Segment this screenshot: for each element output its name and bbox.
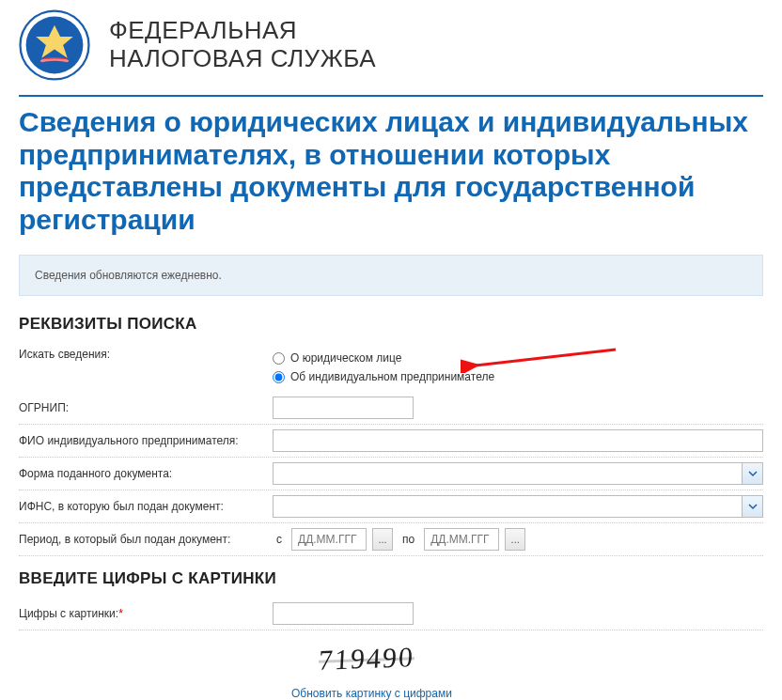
- period-from-input[interactable]: [291, 528, 367, 551]
- page-header: ФЕДЕРАЛЬНАЯ НАЛОГОВАЯ СЛУЖБА: [19, 0, 763, 95]
- section-search-params: РЕКВИЗИТЫ ПОИСКА: [19, 315, 763, 334]
- radio-individual-entrepreneur[interactable]: Об индивидуальном предпринимателе: [273, 370, 494, 383]
- required-mark: *: [118, 607, 123, 620]
- refresh-captcha-link[interactable]: Обновить картинку с цифрами: [291, 687, 452, 700]
- label-captcha: Цифры с картинки:*: [19, 607, 273, 620]
- period-from-label: с: [273, 533, 286, 546]
- org-title-line1: ФЕДЕРАЛЬНАЯ: [109, 17, 376, 45]
- label-search-for: Искать сведения:: [19, 348, 273, 361]
- captcha-value: 719490: [318, 641, 415, 677]
- ifns-select[interactable]: [273, 495, 763, 518]
- period-from-picker-button[interactable]: ...: [372, 528, 393, 551]
- radio-individual-entrepreneur-label: Об индивидуальном предпринимателе: [290, 370, 494, 383]
- page-title: Сведения о юридических лицах и индивидуа…: [19, 95, 763, 236]
- captcha-image: 719490: [291, 636, 442, 681]
- section-captcha: ВВЕДИТЕ ЦИФРЫ С КАРТИНКИ: [19, 569, 763, 588]
- label-fio: ФИО индивидуального предпринимателя:: [19, 434, 273, 447]
- org-title: ФЕДЕРАЛЬНАЯ НАЛОГОВАЯ СЛУЖБА: [109, 17, 376, 73]
- label-ifns: ИФНС, в которую был подан документ:: [19, 500, 273, 513]
- radio-legal-entity-input[interactable]: [273, 352, 285, 365]
- update-notice: Сведения обновляются ежедневно.: [19, 255, 763, 296]
- label-doc-form: Форма поданного документа:: [19, 467, 273, 480]
- label-ogrnip: ОГРНИП:: [19, 401, 273, 414]
- fns-logo-icon: [19, 9, 90, 81]
- period-to-input[interactable]: [424, 528, 499, 551]
- radio-legal-entity-label: О юридическом лице: [290, 351, 401, 365]
- chevron-down-icon: [742, 463, 762, 484]
- label-period: Период, в который был подан документ:: [19, 533, 273, 546]
- org-title-line2: НАЛОГОВАЯ СЛУЖБА: [109, 45, 376, 73]
- ogrnip-input[interactable]: [273, 397, 414, 419]
- period-to-label: по: [399, 533, 418, 546]
- radio-legal-entity[interactable]: О юридическом лице: [273, 351, 494, 365]
- captcha-input[interactable]: [273, 602, 414, 625]
- radio-individual-entrepreneur-input[interactable]: [273, 371, 285, 383]
- period-to-picker-button[interactable]: ...: [505, 528, 525, 551]
- svg-point-4: [41, 61, 67, 67]
- doc-form-select[interactable]: [273, 462, 763, 485]
- chevron-down-icon: [742, 496, 762, 517]
- fio-input[interactable]: [273, 429, 763, 452]
